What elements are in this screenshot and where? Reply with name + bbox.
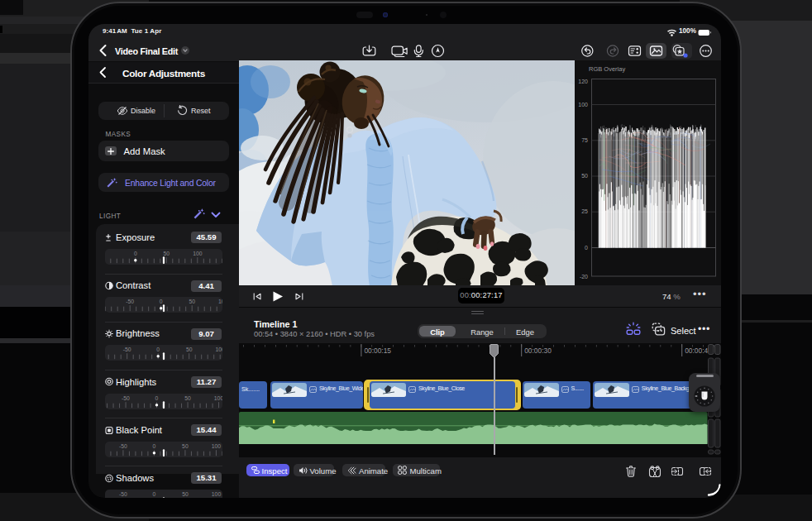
svg-text:0: 0 [156, 347, 160, 352]
svg-text:50: 50 [184, 395, 191, 401]
svg-text:120: 120 [578, 78, 588, 84]
svg-text:00:00:15: 00:00:15 [364, 347, 391, 355]
svg-text:0: 0 [153, 491, 156, 497]
svg-text:-20: -20 [580, 273, 588, 279]
svg-text:0: 0 [134, 251, 137, 256]
svg-text:25: 25 [581, 208, 588, 214]
svg-text:-50: -50 [126, 299, 134, 304]
svg-text:50: 50 [189, 299, 195, 304]
svg-text:100: 100 [214, 395, 222, 401]
svg-text:0: 0 [585, 245, 588, 251]
svg-text:50: 50 [182, 491, 189, 497]
svg-text:0: 0 [160, 299, 163, 304]
svg-text:100: 100 [216, 347, 222, 352]
svg-text:50: 50 [186, 347, 193, 352]
svg-text:-50: -50 [123, 347, 131, 352]
svg-text:0: 0 [153, 443, 156, 449]
svg-text:100: 100 [212, 491, 222, 497]
svg-text:-50: -50 [119, 443, 127, 449]
svg-text:00:00:30: 00:00:30 [524, 347, 552, 355]
svg-text:100: 100 [578, 102, 588, 108]
svg-text:75: 75 [581, 137, 588, 143]
svg-text:50: 50 [182, 443, 189, 449]
svg-text:-50: -50 [122, 395, 130, 401]
svg-text:RGB Overlay: RGB Overlay [589, 65, 625, 73]
svg-text:100: 100 [218, 299, 222, 304]
svg-text:50: 50 [164, 251, 170, 256]
svg-text:100: 100 [212, 443, 222, 449]
svg-text:100: 100 [193, 251, 203, 256]
svg-text:-50: -50 [119, 491, 127, 497]
svg-text:0: 0 [155, 395, 159, 401]
svg-text:50: 50 [581, 173, 588, 179]
